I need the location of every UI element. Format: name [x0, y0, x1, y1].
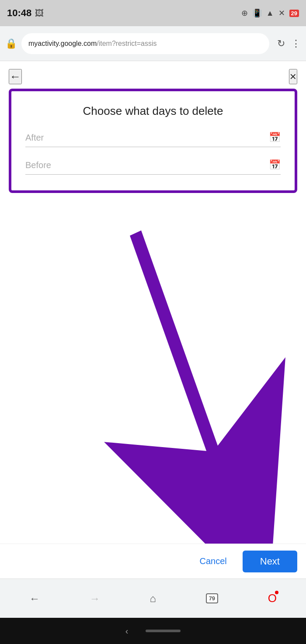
url-path: /item?restrict=assis — [97, 40, 156, 48]
status-bar: 10:48 🖼 ⊕ 📳 ▲ ✕ 29 — [0, 0, 306, 26]
back-button[interactable]: ← — [9, 69, 22, 84]
after-calendar-icon: 📅 — [269, 132, 281, 143]
status-bar-right: ⊕ 📳 ▲ ✕ 29 — [241, 8, 299, 18]
status-bar-left: 10:48 🖼 — [7, 7, 44, 19]
home-bar-chevron-icon: ‹ — [125, 626, 129, 636]
dialog-section: Choose what days to delete After 📅 Befor… — [0, 89, 306, 193]
wifi-icon: ▲ — [266, 9, 274, 18]
svg-line-1 — [136, 233, 232, 503]
before-label: Before — [25, 160, 269, 170]
page-wrapper: 10:48 🖼 ⊕ 📳 ▲ ✕ 29 🔒 myactivity.google.c… — [0, 0, 306, 644]
buttons-row: Cancel Next — [0, 544, 306, 579]
browser-nav: ← → ⌂ 79 O — [0, 579, 306, 618]
url-bar[interactable]: myactivity.google.com /item?restrict=ass… — [21, 33, 269, 54]
after-label: After — [25, 133, 269, 143]
home-bar-pill — [146, 630, 181, 632]
battery-badge: 29 — [289, 10, 299, 17]
signal-icon: ✕ — [278, 8, 285, 18]
arrow-annotation — [0, 193, 306, 544]
tabs-count: 79 — [206, 593, 218, 603]
before-date-field[interactable]: Before 📅 — [25, 159, 281, 175]
lock-icon: 🔒 — [5, 38, 17, 49]
status-time: 10:48 — [7, 7, 31, 19]
close-button[interactable]: × — [289, 69, 297, 84]
dialog-title: Choose what days to delete — [25, 104, 281, 118]
photo-icon: 🖼 — [35, 8, 44, 18]
opera-button[interactable]: O — [262, 588, 283, 609]
dialog-card: Choose what days to delete After 📅 Befor… — [9, 89, 297, 193]
add-circle-icon: ⊕ — [241, 8, 248, 18]
after-date-field[interactable]: After 📅 — [25, 132, 281, 147]
browser-tabs-button[interactable]: 79 — [200, 590, 224, 607]
main-area: ← × Choose what days to delete After 📅 B… — [0, 61, 306, 579]
top-nav: ← × — [0, 61, 306, 89]
browser-back-button[interactable]: ← — [23, 589, 46, 608]
browser-home-button[interactable]: ⌂ — [143, 589, 162, 608]
before-calendar-icon: 📅 — [269, 159, 281, 171]
menu-dots-icon[interactable]: ⋮ — [291, 38, 301, 49]
spacer — [0, 193, 306, 544]
next-button[interactable]: Next — [243, 551, 297, 572]
home-bar: ‹ — [0, 618, 306, 644]
refresh-icon[interactable]: ↻ — [277, 38, 285, 49]
url-domain: myactivity.google.com — [28, 40, 97, 48]
opera-notification-dot — [275, 591, 278, 594]
vibrate-icon: 📳 — [252, 8, 262, 18]
opera-icon: O — [268, 592, 277, 605]
cancel-button[interactable]: Cancel — [192, 552, 233, 571]
browser-bar: 🔒 myactivity.google.com /item?restrict=a… — [0, 26, 306, 61]
browser-forward-button[interactable]: → — [83, 589, 106, 608]
